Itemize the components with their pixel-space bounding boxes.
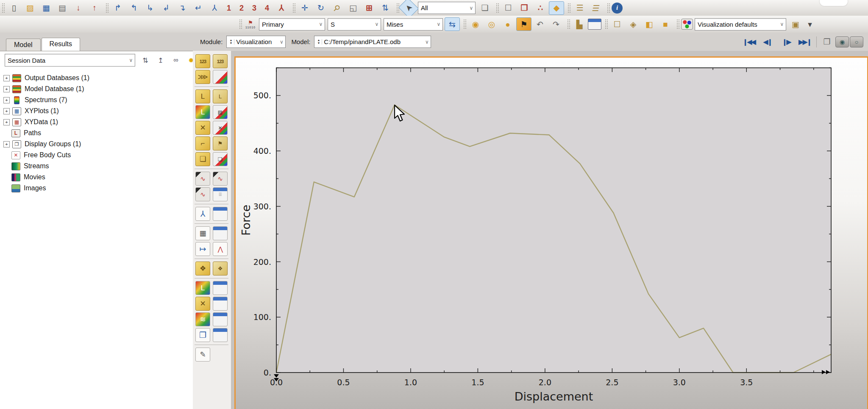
saved-view-4-button[interactable]: 4 bbox=[261, 1, 273, 15]
contour-options-button[interactable]: ▤ bbox=[213, 105, 228, 119]
xy-options-dialog-button[interactable] bbox=[213, 226, 228, 240]
tree-expander-icon[interactable]: + bbox=[3, 97, 10, 103]
stream-plot-button[interactable]: ≋ bbox=[195, 312, 210, 326]
symbol-options-button[interactable]: ✕ bbox=[213, 121, 228, 135]
snapshot-camera-button[interactable]: ○ bbox=[850, 36, 863, 47]
saved-view-1-button[interactable]: 1 bbox=[223, 1, 235, 15]
toolbar-drag-handle[interactable] bbox=[496, 3, 499, 13]
truss-profiles-button[interactable]: ☰ bbox=[587, 1, 605, 15]
shaded-render-button[interactable]: ◧ bbox=[642, 17, 657, 31]
sync-frames-button[interactable]: ⇆ bbox=[445, 17, 460, 31]
free-body-options-button[interactable] bbox=[213, 297, 228, 311]
cycle-views-button[interactable]: ⇅ bbox=[378, 1, 393, 15]
toolbar-drag-handle[interactable] bbox=[567, 19, 570, 29]
wireframe-render-button[interactable]: ☐ bbox=[609, 17, 625, 31]
spinner-icon[interactable]: ▲▼ bbox=[317, 39, 322, 45]
custom-views-button[interactable]: ⅄ bbox=[274, 1, 289, 15]
fit-view-button[interactable]: ⊞ bbox=[362, 1, 377, 15]
color-code-palette-button[interactable] bbox=[681, 19, 693, 30]
last-frame-button[interactable]: ▶▶❙ bbox=[796, 35, 814, 49]
chevron-down-icon[interactable]: ∨ bbox=[373, 21, 381, 27]
chevron-down-icon[interactable]: ∨ bbox=[778, 21, 786, 27]
db-download-button[interactable]: ↓ bbox=[71, 1, 86, 15]
replace-selected-button[interactable]: ∴ bbox=[533, 1, 548, 15]
axes-triad-button[interactable]: ⅄ bbox=[207, 1, 222, 15]
session-manager-button[interactable]: ▦ bbox=[39, 1, 54, 15]
module-combo[interactable]: ▲▼ Visualization∨ bbox=[226, 36, 286, 48]
chevron-down-icon[interactable]: ∨ bbox=[435, 21, 442, 27]
ply-stack-options-button[interactable]: ❖ bbox=[213, 262, 228, 275]
toolbar-drag-handle[interactable] bbox=[605, 19, 608, 29]
previous-frame-button[interactable]: ◀❙ bbox=[759, 35, 776, 49]
view-bottom-button[interactable]: ↲ bbox=[159, 1, 174, 15]
field-output-frames-button[interactable]: 123 bbox=[213, 54, 228, 68]
color-cube-dropdown-arrow[interactable]: ▾ bbox=[804, 17, 816, 31]
plot-state-options-button[interactable]: ❏ bbox=[213, 152, 228, 166]
shaded-cube-button[interactable]: ◆ bbox=[549, 1, 564, 15]
overlay-frames-button[interactable]: ❐ bbox=[819, 35, 835, 49]
rotate-view-button[interactable]: ↻ bbox=[313, 1, 328, 15]
toolbar-drag-handle[interactable] bbox=[2, 3, 5, 13]
stream-options-button[interactable] bbox=[213, 312, 228, 326]
results-tree-button[interactable]: ⅄ bbox=[195, 207, 210, 221]
free-body-cut-button[interactable]: ✕ bbox=[195, 297, 210, 311]
edit-display-group-button[interactable]: ❒ bbox=[517, 1, 532, 15]
color-cube-menu-button[interactable]: ▣ bbox=[788, 17, 803, 31]
invariant-combo[interactable]: Mises∨ bbox=[384, 18, 443, 31]
create-path-button[interactable]: ↦ bbox=[195, 242, 210, 256]
plot-symbols-button[interactable]: ✕ bbox=[195, 121, 210, 135]
tree-expander-icon[interactable]: + bbox=[3, 86, 10, 92]
view-back-button[interactable]: ↰ bbox=[126, 1, 142, 15]
multiple-plot-states-button[interactable]: ❏ bbox=[195, 152, 210, 166]
hidden-render-button[interactable]: ◈ bbox=[626, 17, 641, 31]
saved-view-3-button[interactable]: 3 bbox=[248, 1, 260, 15]
tree-item-output-databases[interactable]: +Output Databases (1) bbox=[3, 72, 193, 83]
view-cut-manager-button[interactable] bbox=[588, 19, 601, 30]
chevron-down-icon[interactable]: ∨ bbox=[127, 57, 135, 63]
tree-expander-icon[interactable]: + bbox=[3, 119, 10, 125]
plot-material-orientations-button[interactable]: ⌐ bbox=[195, 136, 210, 150]
tab-results[interactable]: Results bbox=[42, 38, 80, 51]
overlay-plot-button[interactable]: ❐ bbox=[195, 328, 210, 342]
free-body-toolbar-button[interactable]: ▙ bbox=[572, 17, 587, 31]
plot-contours-button[interactable]: L bbox=[195, 105, 210, 119]
tree-expander-icon[interactable]: + bbox=[3, 141, 10, 147]
color-code-combo[interactable]: Visualization defaults∨ bbox=[695, 18, 786, 31]
variable-combo[interactable]: S∨ bbox=[328, 18, 381, 31]
tree-root-combo[interactable]: Session Data ∨ bbox=[5, 54, 135, 67]
query-info-button[interactable]: i bbox=[612, 3, 623, 14]
redo-button[interactable]: ↷ bbox=[548, 17, 564, 31]
tree-item-streams[interactable]: Streams bbox=[3, 161, 193, 172]
venn-union-button[interactable]: ◎ bbox=[484, 17, 499, 31]
wireframe-box-button[interactable]: ☐ bbox=[501, 1, 516, 15]
probe-values-button[interactable]: ✎ bbox=[195, 348, 210, 362]
position-combo[interactable]: Primary∨ bbox=[259, 18, 325, 31]
toolbar-drag-handle[interactable] bbox=[568, 3, 570, 13]
tree-link-button[interactable]: ∞ bbox=[170, 55, 182, 66]
tree-expand-collapse-button[interactable]: ⇅ bbox=[139, 55, 152, 66]
toolbar-drag-handle[interactable] bbox=[106, 3, 108, 13]
tree-promote-button[interactable]: ↥ bbox=[154, 55, 167, 66]
view-top-button[interactable]: ↳ bbox=[142, 1, 158, 15]
tree-item-display-groups[interactable]: +❐Display Groups (1) bbox=[3, 139, 193, 150]
field-output-widget[interactable]: ⚑11010 bbox=[243, 17, 258, 31]
open-odb-button[interactable]: ▨ bbox=[22, 1, 38, 15]
tree-item-xyplots[interactable]: +▦XYPlots (1) bbox=[3, 106, 193, 117]
plot-deformed-button[interactable]: L bbox=[213, 89, 228, 103]
overlay-options-button[interactable] bbox=[213, 328, 228, 342]
model-combo[interactable]: ▲▼ C:/Temp/pinandPLATE.odb∨ bbox=[314, 36, 431, 48]
first-frame-button[interactable]: ❙◀◀ bbox=[740, 35, 758, 49]
selection-filter-combo[interactable]: All∨ bbox=[418, 2, 476, 14]
tree-expander-icon[interactable]: + bbox=[3, 108, 10, 114]
animate-scale-factor-button[interactable]: ∿ bbox=[213, 172, 228, 186]
toolbar-drag-handle[interactable] bbox=[239, 19, 242, 29]
orientation-options-button[interactable]: ⚑ bbox=[213, 136, 228, 150]
undo-button[interactable]: ↶ bbox=[532, 17, 548, 31]
chevron-down-icon[interactable]: ∨ bbox=[278, 39, 285, 45]
next-frame-button[interactable]: ❙▶ bbox=[777, 35, 795, 49]
xy-data-table-button[interactable]: ▦ bbox=[195, 226, 210, 240]
view-cut-button[interactable]: L bbox=[195, 281, 210, 295]
viewport[interactable]: 0.00.51.01.52.02.53.03.50.100.200.300.40… bbox=[234, 56, 868, 409]
ply-stack-plot-button[interactable]: ❖ bbox=[195, 262, 210, 275]
tree-item-model-database[interactable]: +Model Database (1) bbox=[3, 83, 193, 95]
